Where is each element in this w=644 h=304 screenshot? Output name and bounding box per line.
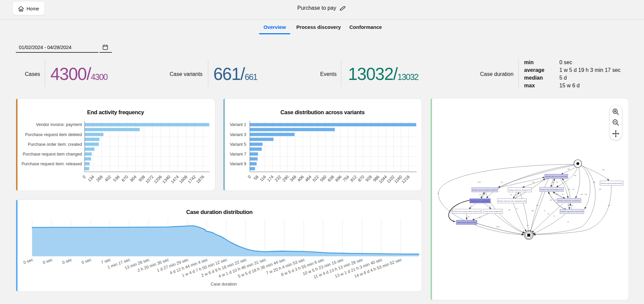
svg-text:67: 67 — [567, 221, 569, 223]
svg-text:Purchase order item: order con: Purchase order item: order confirmation … — [498, 200, 526, 202]
svg-text:Purchase request item: release: Purchase request item: released (363) — [561, 211, 584, 212]
svg-text:Purchase request item changed: Purchase request item changed — [23, 152, 82, 157]
svg-text:Purchase request item deleted: Purchase request item deleted — [25, 132, 82, 137]
svg-text:406: 406 — [297, 174, 305, 183]
svg-text:134: 134 — [87, 174, 95, 183]
svg-text:Case duration: Case duration — [211, 282, 237, 287]
svg-text:58: 58 — [253, 174, 260, 181]
svg-text:110: 110 — [581, 193, 583, 195]
svg-text:870: 870 — [357, 174, 366, 183]
svg-text:670: 670 — [121, 174, 129, 183]
svg-text:522: 522 — [312, 174, 320, 183]
svg-text:290: 290 — [593, 181, 596, 183]
svg-text:73: 73 — [489, 205, 491, 207]
svg-text:402: 402 — [104, 174, 112, 183]
svg-text:290: 290 — [282, 174, 290, 183]
svg-text:71: 71 — [516, 208, 518, 210]
svg-text:101: 101 — [515, 194, 517, 196]
svg-text:Vendor invoice: payment (1932): Vendor invoice: payment (1932) — [457, 222, 477, 223]
svg-text:Purchase request item: created: Purchase request item: created (557) — [558, 200, 580, 202]
svg-text:928: 928 — [364, 174, 373, 183]
svg-text:0 sec: 0 sec — [81, 257, 92, 265]
svg-text:116: 116 — [259, 174, 267, 182]
svg-text:227: 227 — [608, 205, 611, 206]
svg-text:133: 133 — [571, 205, 573, 206]
svg-text:2873: 2873 — [478, 181, 481, 183]
svg-text:1340: 1340 — [162, 174, 172, 184]
svg-text:83: 83 — [510, 194, 512, 196]
svg-text:Purchase request item deleted: Purchase request item deleted (201) — [601, 182, 622, 184]
svg-text:75: 75 — [437, 192, 439, 194]
svg-text:74: 74 — [548, 213, 549, 215]
svg-text:Variant 9: Variant 9 — [230, 162, 246, 166]
svg-text:206: 206 — [536, 205, 539, 206]
svg-text:513: 513 — [501, 181, 503, 183]
svg-text:Variant 5: Variant 5 — [230, 142, 246, 147]
svg-text:Purchase order item: created: Purchase order item: created — [28, 142, 82, 147]
svg-text:812: 812 — [349, 174, 358, 183]
svg-text:67: 67 — [554, 215, 555, 217]
svg-text:1102: 1102 — [386, 174, 395, 184]
svg-text:1044: 1044 — [378, 174, 388, 184]
svg-text:696: 696 — [334, 174, 343, 183]
svg-text:30: 30 — [479, 217, 481, 218]
svg-text:327: 327 — [483, 194, 486, 196]
svg-text:754: 754 — [342, 174, 350, 183]
svg-text:188: 188 — [531, 210, 534, 212]
svg-text:Purchase request item: release: Purchase request item: released — [22, 162, 82, 166]
svg-text:132: 132 — [556, 193, 558, 195]
svg-text:Case distribution across varia: Case distribution across variants — [281, 109, 365, 115]
svg-text:End activity frequency: End activity frequency — [87, 109, 144, 115]
svg-text:638: 638 — [327, 174, 335, 183]
svg-text:1608: 1608 — [178, 174, 188, 184]
svg-text:79: 79 — [470, 205, 472, 207]
svg-text:0: 0 — [82, 174, 87, 179]
svg-text:91: 91 — [562, 193, 564, 195]
svg-text:Case duration distribution: Case duration distribution — [186, 209, 253, 215]
svg-text:307: 307 — [599, 188, 602, 190]
svg-text:201: 201 — [602, 169, 605, 171]
svg-text:60: 60 — [556, 181, 558, 183]
svg-text:1706: 1706 — [449, 210, 453, 212]
svg-text:141: 141 — [552, 181, 555, 183]
svg-text:822: 822 — [568, 168, 570, 170]
svg-text:1474: 1474 — [170, 174, 180, 184]
svg-text:Vendor invoice: payment block: Vendor invoice: payment block removed (7… — [453, 211, 481, 212]
svg-text:71: 71 — [544, 210, 546, 212]
svg-text:580: 580 — [319, 174, 328, 183]
svg-text:Purchase request item changed: Purchase request item changed (512) — [540, 189, 563, 190]
svg-text:63: 63 — [527, 225, 529, 226]
svg-text:132: 132 — [554, 199, 557, 201]
svg-text:7 sec: 7 sec — [100, 257, 112, 265]
svg-text:804: 804 — [129, 174, 138, 183]
svg-text:348: 348 — [289, 174, 297, 183]
svg-text:464: 464 — [304, 174, 312, 183]
svg-text:Purchase order item: created (: Purchase order item: created (1230) — [546, 176, 567, 177]
svg-text:120: 120 — [585, 193, 587, 195]
svg-text:126: 126 — [567, 205, 570, 206]
svg-text:232: 232 — [274, 174, 282, 183]
svg-text:Variant 1: Variant 1 — [230, 122, 246, 127]
svg-text:130: 130 — [568, 188, 570, 190]
svg-text:268: 268 — [95, 174, 104, 183]
svg-text:143: 143 — [550, 199, 552, 201]
svg-text:74: 74 — [468, 216, 469, 217]
svg-text:1878: 1878 — [496, 226, 500, 228]
svg-text:1876: 1876 — [195, 174, 205, 184]
svg-text:1160: 1160 — [393, 174, 403, 184]
svg-text:1742: 1742 — [187, 174, 197, 184]
svg-text:0 sec: 0 sec — [61, 257, 73, 265]
svg-text:1218: 1218 — [401, 174, 411, 184]
svg-text:129: 129 — [574, 175, 576, 176]
svg-text:1072: 1072 — [144, 174, 155, 184]
svg-text:1206: 1206 — [153, 174, 163, 184]
svg-text:536: 536 — [112, 174, 121, 183]
svg-text:0: 0 — [247, 174, 252, 179]
svg-text:174: 174 — [266, 174, 275, 183]
svg-text:Variant 7: Variant 7 — [230, 152, 246, 157]
svg-text:Variant 3: Variant 3 — [230, 132, 246, 137]
svg-text:Vendor invoice changed (78): Vendor invoice changed (78) — [484, 211, 502, 212]
svg-text:0 sec: 0 sec — [42, 257, 53, 265]
svg-text:Purchase order item: changed (: Purchase order item: changed (271) — [509, 189, 531, 191]
svg-text:Purchase order item: goods rec: Purchase order item: goods receipt (977) — [472, 189, 497, 191]
